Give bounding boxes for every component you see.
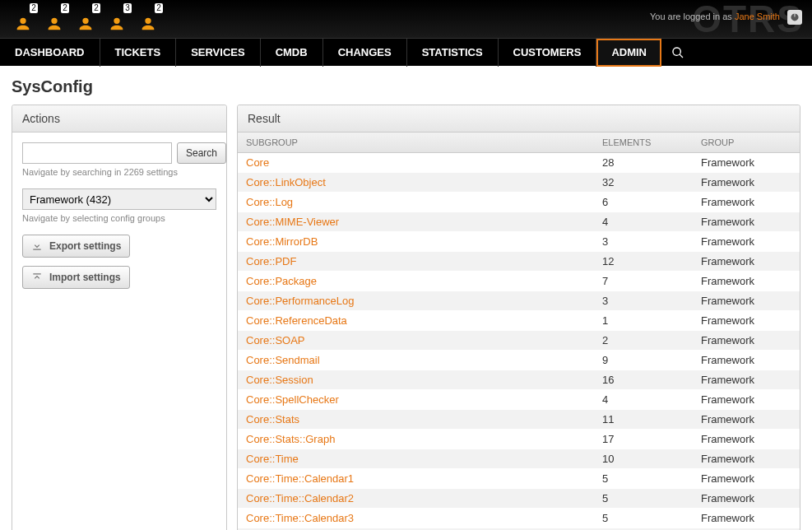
- toolbar-icon-0[interactable]: 2: [12, 5, 35, 33]
- toolbar-badge: 2: [155, 3, 163, 13]
- group-cell: Framework: [693, 252, 800, 272]
- subgroup-link[interactable]: Core::MIME-Viewer: [246, 216, 339, 228]
- subgroup-link[interactable]: Core::SpellChecker: [246, 393, 339, 406]
- group-cell: Framework: [693, 489, 800, 509]
- nav-item-statistics[interactable]: STATISTICS: [407, 39, 499, 67]
- subgroup-link[interactable]: Core::Time::Calendar3: [246, 512, 354, 524]
- toolbar-badge: 2: [30, 3, 38, 13]
- table-row: Core::Sendmail9Framework: [238, 351, 800, 370]
- subgroup-link[interactable]: Core::Time: [246, 453, 299, 465]
- username[interactable]: Jane Smith: [735, 12, 780, 21]
- table-row: Core::Stats::Graph17Framework: [238, 430, 800, 449]
- result-heading: Result: [238, 105, 800, 132]
- table-row: Core::PDF12Framework: [238, 252, 800, 272]
- elements-cell: 32: [594, 173, 693, 193]
- subgroup-link[interactable]: Core::Stats::Graph: [246, 433, 335, 445]
- subgroup-link[interactable]: Core::PDF: [246, 255, 296, 267]
- subgroup-link[interactable]: Core::Session: [246, 374, 313, 386]
- table-row: Core::MIME-Viewer4Framework: [238, 212, 800, 232]
- subgroup-link[interactable]: Core::Time::Calendar1: [246, 472, 354, 485]
- toolbar-icon-3[interactable]: 3: [105, 5, 128, 33]
- toolbar-icon-2[interactable]: 2: [74, 5, 97, 33]
- config-group-select[interactable]: Framework (432): [22, 188, 216, 210]
- result-table: SUBGROUP ELEMENTS GROUP Core28FrameworkC…: [238, 132, 800, 530]
- toolbar-badge: 2: [92, 3, 100, 13]
- subgroup-link[interactable]: Core::SOAP: [246, 334, 305, 346]
- col-group[interactable]: GROUP: [693, 132, 800, 153]
- elements-cell: 5: [594, 509, 693, 528]
- page-title: SysConfig: [0, 66, 812, 105]
- nav-item-dashboard[interactable]: DASHBOARD: [0, 39, 100, 67]
- subgroup-link[interactable]: Core::PerformanceLog: [246, 295, 355, 307]
- elements-cell: 10: [594, 449, 693, 469]
- elements-cell: 9: [594, 351, 693, 370]
- actions-panel: Actions Search Navigate by searching in …: [12, 105, 227, 530]
- nav-item-customers[interactable]: CUSTOMERS: [499, 39, 597, 67]
- group-cell: Framework: [693, 173, 800, 193]
- subgroup-link[interactable]: Core::MirrorDB: [246, 235, 318, 248]
- elements-cell: 3: [594, 291, 693, 311]
- group-cell: Framework: [693, 410, 800, 430]
- nav-item-cmdb[interactable]: CMDB: [261, 39, 323, 67]
- toolbar-icon-4[interactable]: 2: [137, 5, 160, 33]
- elements-cell: 28: [594, 153, 693, 173]
- toolbar-badge: 3: [123, 3, 132, 13]
- group-cell: Framework: [693, 212, 800, 232]
- table-row: Core::Time::Calendar35Framework: [238, 509, 800, 528]
- toolbar-icon-1[interactable]: 2: [43, 5, 66, 33]
- import-settings-button[interactable]: Import settings: [22, 266, 130, 289]
- table-row: Core::PerformanceLog3Framework: [238, 291, 800, 311]
- group-hint: Navigate by selecting config groups: [22, 213, 216, 223]
- table-row: Core::Time::Calendar15Framework: [238, 469, 800, 489]
- nav-item-services[interactable]: SERVICES: [176, 39, 261, 67]
- group-cell: Framework: [693, 449, 800, 469]
- nav-search-icon[interactable]: [661, 39, 694, 66]
- group-cell: Framework: [693, 291, 800, 311]
- elements-cell: 2: [594, 331, 693, 351]
- logout-button[interactable]: [787, 10, 802, 25]
- table-row: Core::LinkObject32Framework: [238, 173, 800, 193]
- table-row: Core::Package7Framework: [238, 272, 800, 291]
- subgroup-link[interactable]: Core: [246, 156, 269, 169]
- col-elements[interactable]: ELEMENTS: [594, 132, 693, 153]
- elements-cell: 12: [594, 252, 693, 272]
- nav-item-tickets[interactable]: TICKETS: [100, 39, 177, 67]
- top-bar: OTRS You are logged in as Jane Smith 222…: [0, 0, 812, 38]
- elements-cell: 1: [594, 311, 693, 331]
- login-info: You are logged in as Jane Smith: [650, 10, 802, 25]
- elements-cell: 11: [594, 410, 693, 430]
- elements-cell: 5: [594, 489, 693, 509]
- subgroup-link[interactable]: Core::Stats: [246, 413, 299, 425]
- table-row: Core::Session16Framework: [238, 370, 800, 390]
- elements-cell: 17: [594, 430, 693, 449]
- table-row: Core::Time::Calendar25Framework: [238, 489, 800, 509]
- upload-icon: [31, 272, 43, 283]
- group-cell: Framework: [693, 351, 800, 370]
- export-settings-button[interactable]: Export settings: [22, 235, 130, 258]
- nav-item-changes[interactable]: CHANGES: [323, 39, 407, 67]
- elements-cell: 3: [594, 232, 693, 252]
- search-hint: Navigate by searching in 2269 settings: [22, 167, 216, 177]
- login-prefix: You are logged in as: [650, 12, 735, 21]
- group-cell: Framework: [693, 331, 800, 351]
- search-button[interactable]: Search: [177, 142, 226, 164]
- subgroup-link[interactable]: Core::ReferenceData: [246, 314, 347, 327]
- subgroup-link[interactable]: Core::Log: [246, 196, 293, 208]
- subgroup-link[interactable]: Core::Package: [246, 275, 317, 287]
- nav-item-admin[interactable]: ADMIN: [596, 39, 661, 67]
- subgroup-link[interactable]: Core::Time::Calendar2: [246, 492, 354, 504]
- main-nav: DASHBOARDTICKETSSERVICESCMDBCHANGESSTATI…: [0, 38, 812, 66]
- settings-search-input[interactable]: [22, 142, 172, 164]
- table-row: Core::MirrorDB3Framework: [238, 232, 800, 252]
- group-cell: Framework: [693, 469, 800, 489]
- subgroup-link[interactable]: Core::LinkObject: [246, 176, 326, 188]
- subgroup-link[interactable]: Core::Sendmail: [246, 354, 320, 366]
- col-subgroup[interactable]: SUBGROUP: [238, 132, 594, 153]
- group-cell: Framework: [693, 153, 800, 173]
- table-row: Core::SOAP2Framework: [238, 331, 800, 351]
- actions-heading: Actions: [12, 105, 226, 132]
- table-row: Core::SpellChecker4Framework: [238, 390, 800, 410]
- group-cell: Framework: [693, 430, 800, 449]
- toolbar-badge: 2: [61, 3, 69, 13]
- group-cell: Framework: [693, 509, 800, 528]
